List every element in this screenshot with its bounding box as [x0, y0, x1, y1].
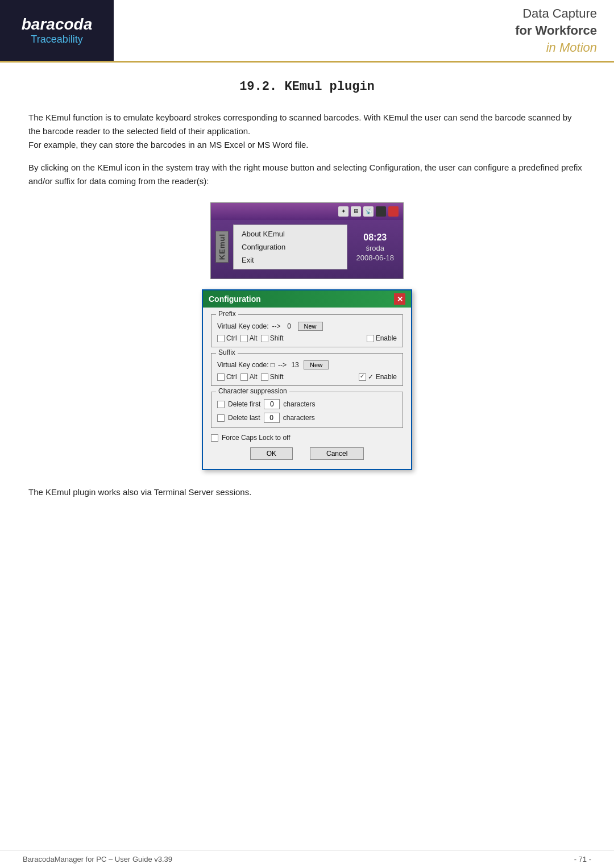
config-dialog: Configuration ✕ Prefix Virtual Key code:… — [202, 289, 412, 470]
prefix-alt-wrap: Alt — [240, 334, 258, 342]
prefix-shift-checkbox[interactable] — [261, 335, 268, 342]
tray-icon-network: 📡 — [363, 206, 374, 217]
prefix-alt-label: Alt — [250, 334, 258, 342]
logo-traceability: Traceability — [22, 34, 93, 45]
tagline-line3: in Motion — [546, 40, 597, 55]
tray-body: KEmul About KEmul Configuration Exit 08:… — [211, 220, 403, 274]
tray-left: KEmul — [215, 225, 229, 269]
suffix-modifiers-row: Ctrl Alt Shift — [217, 373, 397, 381]
suffix-enable-wrap: ✓ Enable — [359, 373, 397, 381]
header-tagline: Data Capture for Workforce in Motion — [114, 0, 614, 61]
suffix-alt-wrap: Alt — [240, 373, 258, 381]
prefix-vk-value: 0 — [284, 322, 294, 330]
char-suppression-group: Character suppression Delete first chara… — [211, 392, 403, 428]
suffix-ctrl-label: Ctrl — [226, 373, 237, 381]
prefix-vk-label: Virtual Key code: — [217, 322, 269, 330]
suffix-ctrl-checkbox[interactable] — [217, 373, 225, 381]
kemul-vertical-label: KEmul — [215, 231, 229, 263]
suffix-alt-checkbox[interactable] — [240, 373, 248, 381]
delete-last-label: Delete last — [228, 414, 260, 422]
delete-first-row: Delete first characters — [217, 399, 397, 409]
bottom-text: The KEmul plugin works also via Terminal… — [28, 487, 586, 497]
prefix-ctrl-label: Ctrl — [226, 334, 237, 342]
prefix-enable-checkbox[interactable] — [367, 335, 374, 342]
clock-day: środa — [366, 244, 384, 252]
delete-last-unit: characters — [283, 414, 315, 422]
config-title: Configuration — [209, 294, 261, 304]
chapter-title: 19.2. KEmul plugin — [28, 80, 586, 94]
suffix-alt-label: Alt — [250, 373, 258, 381]
tray-clock: 08:23 środa 2008-06-18 — [352, 225, 399, 269]
delete-last-checkbox[interactable] — [217, 414, 225, 422]
prefix-alt-checkbox[interactable] — [240, 335, 248, 342]
prefix-new-button[interactable]: New — [298, 322, 323, 331]
page-content: 19.2. KEmul plugin The KEmul function is… — [0, 63, 614, 520]
tray-icon-dark1 — [376, 206, 386, 217]
cancel-button[interactable]: Cancel — [310, 447, 364, 460]
page-footer: BaracodaManager for PC – User Guide v3.3… — [0, 850, 614, 868]
suffix-label: Suffix — [216, 348, 238, 356]
delete-first-label: Delete first — [228, 400, 260, 408]
suffix-vk-value: 13 — [290, 361, 300, 369]
suffix-group: Suffix Virtual Key code: □ --> 13 New — [211, 353, 403, 386]
prefix-group: Prefix Virtual Key code: --> 0 New Ct — [211, 314, 403, 347]
tray-menu-exit[interactable]: Exit — [234, 254, 347, 267]
prefix-shift-label: Shift — [270, 334, 284, 342]
prefix-enable-wrap: Enable — [367, 334, 397, 342]
logo-area: baracoda Traceability — [0, 0, 114, 61]
tagline-line1: Data Capture — [522, 6, 597, 21]
clock-time: 08:23 — [363, 232, 387, 243]
screenshot-area: ✦ 🖥 📡 KEmul About KEmul Configuration — [28, 202, 586, 470]
force-caps-label: Force Caps Lock to off — [222, 434, 291, 442]
suffix-shift-checkbox[interactable] — [261, 373, 268, 381]
delete-first-input[interactable] — [264, 399, 280, 409]
tray-menu-about[interactable]: About KEmul — [234, 227, 347, 240]
tray-icon-monitor: 🖥 — [351, 206, 361, 217]
suffix-enable-label: ✓ Enable — [368, 373, 397, 381]
delete-last-input[interactable] — [264, 413, 280, 423]
clock-date: 2008-06-18 — [356, 254, 395, 262]
tray-icon-tools: ✦ — [338, 206, 349, 217]
suffix-enable-checkbox[interactable] — [359, 373, 366, 381]
config-body: Prefix Virtual Key code: --> 0 New Ct — [203, 308, 411, 469]
suffix-vk-symbol: □ — [271, 361, 275, 369]
suffix-shift-label: Shift — [270, 373, 284, 381]
footer-right: - 71 - — [574, 855, 591, 863]
delete-first-checkbox[interactable] — [217, 401, 225, 408]
prefix-shift-wrap: Shift — [261, 334, 284, 342]
page-header: baracoda Traceability Data Capture for W… — [0, 0, 614, 63]
force-caps-checkbox[interactable] — [211, 434, 218, 442]
suffix-new-button[interactable]: New — [304, 360, 329, 369]
intro-paragraph1: The KEmul function is to emulate keyboar… — [28, 111, 586, 152]
config-title-bar: Configuration ✕ — [203, 290, 411, 308]
ok-button[interactable]: OK — [250, 447, 293, 460]
logo-baracoda: baracoda — [22, 15, 93, 34]
suffix-vk-label: Virtual Key code: □ — [217, 361, 275, 369]
suffix-vk-arrow: --> — [278, 361, 287, 369]
suffix-vk-row: Virtual Key code: □ --> 13 New — [217, 360, 397, 369]
force-caps-row: Force Caps Lock to off — [211, 434, 403, 442]
char-suppression-label: Character suppression — [216, 387, 289, 395]
prefix-vk-arrow: --> — [272, 322, 281, 330]
prefix-ctrl-wrap: Ctrl — [217, 334, 237, 342]
tray-menu-configuration[interactable]: Configuration — [234, 240, 347, 254]
tray-icon-red — [388, 206, 399, 217]
tagline-line2: for Workforce — [515, 23, 597, 38]
tray-top-bar: ✦ 🖥 📡 — [211, 203, 403, 220]
tray-popup-screenshot: ✦ 🖥 📡 KEmul About KEmul Configuration — [210, 202, 404, 279]
delete-last-row: Delete last characters — [217, 413, 397, 423]
dialog-buttons: OK Cancel — [211, 447, 403, 460]
config-close-button[interactable]: ✕ — [394, 293, 405, 305]
tray-menu: About KEmul Configuration Exit — [233, 225, 347, 269]
prefix-modifiers-row: Ctrl Alt Shift — [217, 334, 397, 342]
intro-paragraph2: By clicking on the KEmul icon in the sys… — [28, 161, 586, 188]
footer-left: BaracodaManager for PC – User Guide v3.3… — [23, 855, 172, 863]
prefix-enable-label: Enable — [376, 334, 397, 342]
delete-first-unit: characters — [283, 400, 315, 408]
prefix-ctrl-checkbox[interactable] — [217, 335, 225, 342]
prefix-label: Prefix — [216, 310, 238, 318]
suffix-shift-wrap: Shift — [261, 373, 284, 381]
suffix-ctrl-wrap: Ctrl — [217, 373, 237, 381]
prefix-vk-row: Virtual Key code: --> 0 New — [217, 322, 397, 331]
